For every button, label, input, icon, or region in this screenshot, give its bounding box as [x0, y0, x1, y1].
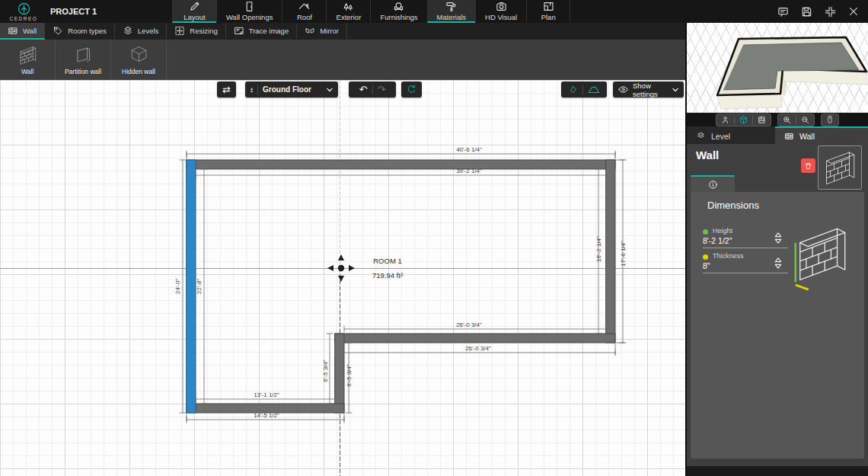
panel-tab-label: Level: [711, 132, 730, 141]
project-title: PROJECT 1: [50, 7, 164, 16]
dim-left-inner: 22'-8": [196, 279, 203, 295]
tab-label: Exterior: [337, 13, 362, 21]
divider: [257, 85, 258, 94]
tab-furnishings[interactable]: Furnishings: [370, 0, 426, 23]
swap-icon: ⇄: [222, 85, 231, 94]
plan-icon: [543, 1, 554, 12]
panel-tab-level[interactable]: Level: [687, 126, 775, 144]
dim-top-inner: 39'-2 1/4": [456, 168, 482, 174]
mouse-icon[interactable]: [825, 115, 835, 124]
chevron-down-icon: [672, 88, 678, 92]
wall-material-thumbnail[interactable]: [818, 145, 862, 190]
height-value[interactable]: 8'-2 1/2": [703, 236, 732, 245]
close-icon[interactable]: [848, 6, 859, 17]
tab-wall-openings[interactable]: Wall Openings: [216, 0, 282, 23]
tool-levels[interactable]: Levels: [115, 23, 167, 40]
level-stepper-icon[interactable]: ▴▾: [251, 87, 253, 93]
show-settings-button[interactable]: Show settings: [613, 81, 684, 97]
feedback-icon[interactable]: [777, 6, 789, 18]
thickness-value[interactable]: 8": [703, 261, 710, 270]
panel-tab-wall[interactable]: Wall: [775, 126, 868, 144]
tag-icon: [53, 26, 63, 36]
dimension-lines: [180, 151, 626, 423]
fill-mode-icon[interactable]: [568, 85, 578, 94]
tab-label: Layout: [183, 13, 206, 21]
zoom-in-icon[interactable]: [781, 116, 793, 124]
divider: [752, 116, 753, 124]
tab-exterior[interactable]: Exterior: [326, 0, 370, 23]
dim-right-inner: 16'-2 1/4": [595, 236, 602, 262]
tool-room-types[interactable]: Room types: [45, 23, 115, 40]
brick-wall-icon: [822, 149, 857, 187]
wall-tool-wall[interactable]: Wall: [0, 40, 56, 80]
tool-wall[interactable]: Wall: [0, 23, 45, 40]
tool-mirror[interactable]: Mirror: [297, 23, 347, 40]
exit-fullscreen-icon[interactable]: [825, 6, 836, 18]
height-stepper[interactable]: [774, 232, 782, 244]
paint-roller-icon: [445, 1, 457, 12]
wall-icon: [784, 132, 794, 141]
redo-icon[interactable]: ↷: [378, 85, 386, 94]
tool-resizing[interactable]: Resizing: [167, 23, 225, 40]
zoom-out-icon[interactable]: [799, 116, 811, 124]
camera-icon: [496, 1, 507, 12]
tab-roof[interactable]: Roof: [282, 0, 326, 23]
preview-3d[interactable]: [687, 23, 868, 113]
wall-top[interactable]: [187, 160, 615, 169]
view-3d-icon[interactable]: [738, 116, 749, 124]
walkthrough-icon[interactable]: [720, 116, 731, 124]
thickness-stepper[interactable]: [774, 257, 782, 269]
levels-icon: [696, 132, 706, 141]
wall-tool-hidden[interactable]: Hidden wall: [111, 40, 167, 80]
wall-middle[interactable]: [335, 334, 615, 343]
top-bar: CEDREO PROJECT 1 Layout Wall Openings Ro…: [0, 0, 868, 23]
wall-dimensions-illustration: [787, 221, 857, 291]
tab-label: Materials: [437, 13, 467, 21]
furnishings-icon: [393, 1, 404, 12]
info-tab[interactable]: [691, 175, 735, 192]
floorplan-canvas[interactable]: 40'-6 1/4" 39'-2 1/4" 24'-0" 22'-8" 16'-…: [0, 80, 685, 476]
height-underline: [703, 248, 788, 248]
brand-name: CEDREO: [10, 16, 38, 21]
wall-icon: [8, 26, 18, 36]
refresh-3d-button[interactable]: [401, 81, 422, 97]
panel-tab-label: Wall: [799, 132, 815, 141]
undo-icon[interactable]: ↶: [359, 85, 368, 94]
origin-crosshair[interactable]: [327, 254, 355, 282]
tab-layout[interactable]: Layout: [172, 0, 216, 23]
dim-right-outer: 17'-6 1/4": [620, 241, 627, 267]
wall-right[interactable]: [606, 160, 615, 343]
dimensions-card: Dimensions Height 8'-2 1/2" Thickness 8": [691, 192, 864, 458]
trace-image-icon: [234, 26, 244, 36]
tab-label: HD Visual: [485, 13, 517, 21]
tool-label: Room types: [68, 27, 107, 35]
divider: [582, 85, 583, 94]
wall-left-selected[interactable]: [187, 160, 196, 413]
roof-view-icon[interactable]: [588, 85, 600, 94]
cedreo-logo[interactable]: CEDREO: [0, 0, 47, 23]
level-select[interactable]: ▴▾ Ground Floor: [245, 81, 338, 97]
tab-label: Roof: [297, 13, 312, 21]
delete-wall-button[interactable]: [801, 158, 815, 173]
tool-trace-image[interactable]: Trace image: [226, 23, 297, 40]
info-icon: [708, 180, 718, 190]
wall-tool-partition[interactable]: Partition wall: [56, 40, 111, 80]
thickness-label: Thickness: [713, 252, 744, 260]
thickness-dot: [703, 254, 708, 260]
thickness-underline: [703, 273, 788, 273]
tab-materials[interactable]: Materials: [427, 0, 476, 23]
save-icon[interactable]: [801, 6, 812, 18]
tab-hd-visual[interactable]: HD Visual: [475, 0, 526, 23]
panel-title: Wall: [696, 149, 719, 161]
preview-3d-room: [687, 23, 868, 113]
wall-tool-label: Wall: [21, 68, 34, 75]
floors-view-icon[interactable]: [756, 116, 767, 124]
wall-step[interactable]: [335, 334, 344, 413]
swap-level-button[interactable]: ⇄: [217, 81, 236, 97]
show-settings-label: Show settings: [633, 81, 668, 98]
trash-icon: [804, 161, 812, 171]
section-title: Dimensions: [707, 200, 759, 211]
tab-plan[interactable]: Plan: [526, 0, 570, 23]
walls: [187, 160, 615, 413]
tool-label: Resizing: [190, 27, 217, 35]
